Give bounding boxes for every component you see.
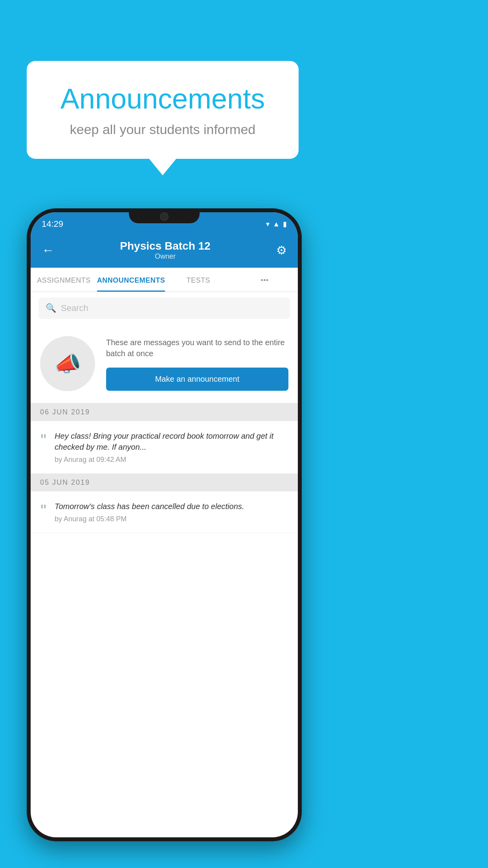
- header-title-group: Physics Batch 12 Owner: [54, 240, 276, 261]
- tab-tests[interactable]: TESTS: [165, 268, 231, 292]
- announcement-item-2[interactable]: " Tomorrow's class has been cancelled du…: [31, 491, 298, 533]
- prompt-description: These are messages you want to send to t…: [106, 337, 288, 359]
- search-container: 🔍 Search: [31, 292, 298, 324]
- announcement-message-1: Hey class! Bring your practical record b…: [55, 430, 288, 452]
- announcement-author-2: by Anurag at 05:48 PM: [55, 515, 288, 523]
- search-icon: 🔍: [46, 303, 56, 313]
- phone-frame: 14:29 ▾ ▲ ▮ ← Physics Batch 12 Owner ⚙ A…: [27, 208, 302, 841]
- header-subtitle: Owner: [54, 252, 276, 261]
- tab-more[interactable]: •••: [231, 268, 298, 292]
- announcement-content-2: Tomorrow's class has been cancelled due …: [55, 501, 288, 523]
- wifi-icon: ▾: [266, 220, 270, 228]
- speech-bubble-title: Announcements: [50, 83, 275, 115]
- app-header: ← Physics Batch 12 Owner ⚙: [31, 233, 298, 268]
- status-icons: ▾ ▲ ▮: [266, 220, 287, 228]
- quote-icon-2: ": [40, 503, 47, 517]
- announcement-prompt: 📣 These are messages you want to send to…: [31, 324, 298, 403]
- tabs-bar: ASSIGNMENTS ANNOUNCEMENTS TESTS •••: [31, 268, 298, 292]
- search-bar[interactable]: 🔍 Search: [39, 298, 290, 319]
- prompt-content: These are messages you want to send to t…: [106, 337, 288, 391]
- megaphone-icon: 📣: [54, 351, 81, 377]
- announcement-content-1: Hey class! Bring your practical record b…: [55, 430, 288, 464]
- prompt-icon-circle: 📣: [40, 336, 95, 391]
- announcement-author-1: by Anurag at 09:42 AM: [55, 456, 288, 464]
- battery-icon: ▮: [283, 220, 287, 228]
- speech-bubble-subtitle: keep all your students informed: [50, 122, 275, 137]
- signal-icon: ▲: [273, 220, 280, 228]
- header-title: Physics Batch 12: [54, 240, 276, 252]
- date-separator-2: 05 JUN 2019: [31, 474, 298, 491]
- date-separator-1: 06 JUN 2019: [31, 403, 298, 421]
- announcement-item-1[interactable]: " Hey class! Bring your practical record…: [31, 421, 298, 474]
- tab-assignments[interactable]: ASSIGNMENTS: [31, 268, 97, 292]
- speech-bubble-container: Announcements keep all your students inf…: [27, 61, 299, 159]
- tab-announcements[interactable]: ANNOUNCEMENTS: [97, 268, 165, 292]
- back-button[interactable]: ←: [42, 243, 54, 257]
- quote-icon-1: ": [40, 433, 47, 447]
- phone-camera: [160, 212, 169, 221]
- make-announcement-button[interactable]: Make an announcement: [106, 368, 288, 391]
- status-time: 14:29: [42, 219, 63, 229]
- announcement-message-2: Tomorrow's class has been cancelled due …: [55, 501, 288, 512]
- phone-screen: 14:29 ▾ ▲ ▮ ← Physics Batch 12 Owner ⚙ A…: [31, 212, 298, 837]
- search-placeholder: Search: [61, 303, 88, 313]
- speech-bubble: Announcements keep all your students inf…: [27, 61, 299, 159]
- phone-notch: [129, 208, 200, 223]
- gear-icon[interactable]: ⚙: [276, 243, 287, 257]
